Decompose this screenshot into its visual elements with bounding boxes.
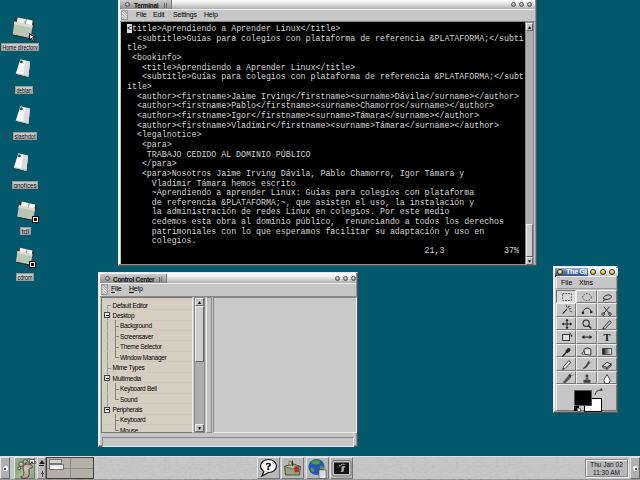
svg-text:cdrom: cdrom (17, 274, 32, 281)
svg-text:gnotices: gnotices (14, 182, 38, 189)
svg-text:T: T (604, 332, 611, 343)
svg-text:debian: debian (17, 87, 32, 94)
svg-text:?: ? (266, 460, 272, 472)
svg-text:tdl: tdl (22, 228, 31, 235)
svg-text:slashdot: slashdot (15, 133, 36, 140)
svg-text:Home directory: Home directory (3, 44, 39, 51)
